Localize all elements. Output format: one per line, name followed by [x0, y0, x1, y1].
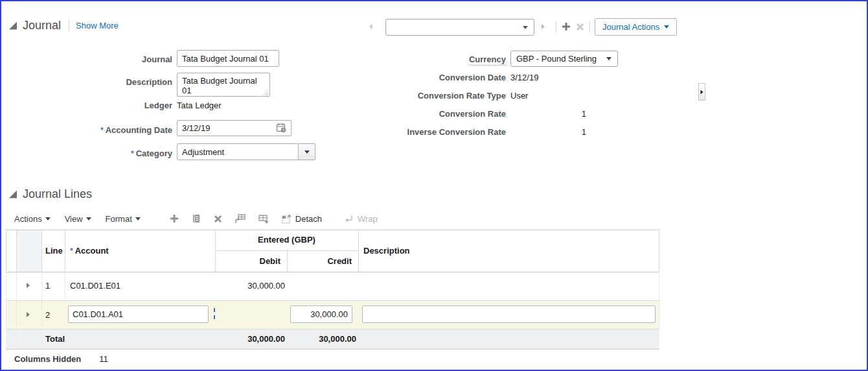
- dropdown-arrow-icon: [523, 26, 528, 29]
- description-cell-input[interactable]: [362, 305, 656, 323]
- conversion-rate-field-label: Conversion Rate: [364, 109, 506, 119]
- select-all-header-cell: [16, 230, 41, 272]
- ledger-field-label: Ledger: [27, 101, 172, 110]
- actions-menu-label: Actions: [14, 214, 42, 224]
- delete-row-icon[interactable]: [213, 214, 223, 224]
- inverse-conversion-rate-field-label: Inverse Conversion Rate: [364, 127, 506, 137]
- accounting-date-field-label-wrap: *Accounting Date: [27, 124, 172, 136]
- journal-actions-button[interactable]: Journal Actions: [595, 18, 677, 36]
- conversion-rate-type-value: User: [510, 91, 528, 101]
- divider: [69, 20, 69, 31]
- conversion-date-field-label: Conversion Date: [364, 73, 506, 82]
- currency-value: GBP - Pound Sterling: [516, 54, 597, 64]
- total-label: Total: [45, 329, 65, 349]
- description-field-label: Description: [27, 77, 172, 87]
- journal-lines-table: Line *Account Entered (GBP) Debit Credit…: [6, 230, 659, 349]
- account-column-header[interactable]: *Account: [70, 230, 109, 272]
- row-debit-cell[interactable]: 30,000.00: [215, 272, 285, 300]
- collapse-section-icon[interactable]: [9, 22, 17, 30]
- text-cursor: [214, 308, 215, 319]
- required-asterisk: *: [100, 126, 104, 135]
- category-field-label-wrap: *Category: [27, 147, 172, 159]
- next-journal-icon[interactable]: [542, 24, 545, 29]
- row-expand-icon[interactable]: [27, 283, 30, 288]
- detach-label: Detach: [295, 214, 322, 224]
- inverse-conversion-rate-value: 1: [510, 127, 586, 137]
- format-menu[interactable]: Format: [106, 214, 141, 224]
- journal-lines-toolbar: Actions View Format: [14, 210, 389, 227]
- category-dropdown-button[interactable]: [298, 143, 315, 160]
- dropdown-arrow-icon: [45, 217, 51, 221]
- wrap-label: Wrap: [358, 214, 378, 224]
- add-row-icon[interactable]: [169, 213, 179, 224]
- description-textarea[interactable]: Tata Budget Journal 01: [177, 73, 270, 97]
- currency-select[interactable]: GBP - Pound Sterling: [510, 51, 618, 67]
- entered-gbp-group-header: Entered (GBP): [215, 230, 358, 250]
- dropdown-arrow-icon: [664, 25, 669, 29]
- add-journal-icon[interactable]: [561, 21, 571, 34]
- journal-name-input[interactable]: [177, 50, 279, 67]
- divider: [589, 21, 590, 32]
- journal-actions-label: Journal Actions: [602, 22, 659, 32]
- dropdown-arrow-icon: [86, 217, 91, 221]
- total-credit-value: 30,000.00: [287, 329, 356, 349]
- actions-menu[interactable]: Actions: [14, 214, 51, 224]
- date-picker-icon[interactable]: [276, 123, 287, 136]
- accounting-date-input[interactable]: [177, 120, 291, 136]
- row-account-cell[interactable]: C01.D01.E01: [70, 272, 120, 300]
- move-rows-icon[interactable]: [234, 213, 246, 224]
- expand-panel-handle[interactable]: [698, 83, 705, 101]
- dropdown-arrow-icon: [304, 150, 310, 154]
- delete-journal-icon[interactable]: [575, 22, 585, 34]
- view-menu[interactable]: View: [65, 214, 91, 224]
- credit-column-header[interactable]: Credit: [287, 250, 352, 272]
- description-column-header[interactable]: Description: [363, 230, 410, 272]
- dropdown-arrow-icon: [135, 217, 141, 221]
- previous-journal-icon[interactable]: [369, 24, 372, 29]
- detach-button[interactable]: Detach: [281, 213, 322, 224]
- currency-field-label-wrap: Currency: [364, 54, 506, 64]
- columns-hidden-label: Columns Hidden: [14, 354, 81, 364]
- accounting-date-field-label: Accounting Date: [106, 125, 172, 135]
- wrap-button: Wrap: [344, 214, 378, 224]
- conversion-rate-value: 1: [510, 109, 586, 119]
- export-rows-icon[interactable]: [258, 213, 269, 224]
- expand-panel-icon: [701, 90, 703, 93]
- section-title-journal: Journal: [23, 19, 61, 32]
- dropdown-arrow-icon: [606, 57, 611, 60]
- journal-section-header[interactable]: Journal Show More: [9, 19, 119, 32]
- credit-cell-input[interactable]: [290, 305, 352, 323]
- collapse-section-icon[interactable]: [9, 191, 17, 198]
- line-column-header[interactable]: Line: [45, 230, 65, 272]
- currency-field-label: Currency: [469, 54, 506, 66]
- account-cell-input[interactable]: [68, 305, 209, 323]
- format-menu-label: Format: [106, 214, 132, 224]
- required-asterisk: *: [131, 149, 134, 158]
- debit-column-header[interactable]: Debit: [215, 250, 280, 272]
- columns-hidden-value: 11: [99, 354, 108, 364]
- show-more-link[interactable]: Show More: [76, 21, 119, 30]
- conversion-rate-type-field-label: Conversion Rate Type: [364, 91, 506, 101]
- section-title-journal-lines: Journal Lines: [23, 187, 92, 201]
- required-asterisk: *: [70, 246, 73, 256]
- row-line-number: 1: [45, 272, 50, 300]
- ledger-value: Tata Ledger: [177, 101, 222, 110]
- row-line-number: 2: [45, 301, 50, 329]
- journal-page: Journal Show More Journal Actions Journa…: [0, 0, 868, 371]
- duplicate-row-icon[interactable]: [191, 213, 201, 224]
- table-footer: Columns Hidden 11: [14, 354, 108, 364]
- journal-lines-section-header[interactable]: Journal Lines: [9, 187, 92, 201]
- category-input[interactable]: [177, 143, 299, 160]
- view-menu-label: View: [65, 214, 83, 224]
- total-debit-value: 30,000.00: [215, 329, 285, 349]
- conversion-date-value: 3/12/19: [510, 73, 538, 82]
- category-field-label: Category: [136, 149, 172, 158]
- journal-batch-selector[interactable]: [385, 19, 534, 36]
- journal-field-label: Journal: [27, 54, 172, 64]
- row-expand-icon[interactable]: [27, 312, 30, 317]
- divider: [556, 21, 556, 32]
